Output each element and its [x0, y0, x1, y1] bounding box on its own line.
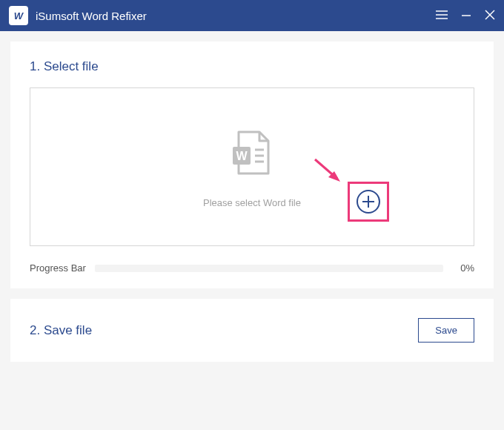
progress-row: Progress Bar 0%: [30, 262, 474, 274]
save-file-panel: 2. Save file Save: [10, 299, 494, 362]
svg-text:W: W: [236, 150, 248, 162]
app-logo-icon: W: [9, 6, 28, 25]
window-controls: [436, 9, 495, 22]
titlebar: W iSumsoft Word Refixer: [0, 0, 504, 31]
file-dropzone[interactable]: W Please select Word file: [30, 87, 474, 246]
close-icon[interactable]: [485, 9, 495, 22]
step2-heading: 2. Save file: [30, 323, 92, 338]
word-document-icon: W: [225, 126, 279, 182]
select-file-prompt: Please select Word file: [203, 197, 301, 208]
app-logo-text: W: [14, 10, 23, 22]
progress-label: Progress Bar: [30, 262, 86, 274]
annotation-highlight-box: [348, 182, 389, 222]
annotation-arrow-icon: [312, 156, 345, 186]
add-file-button[interactable]: [357, 190, 380, 214]
menu-icon[interactable]: [436, 9, 448, 22]
select-file-panel: 1. Select file W Please select Word file: [10, 42, 494, 288]
progress-bar: [95, 265, 443, 272]
content-area: 1. Select file W Please select Word file: [0, 31, 504, 372]
app-title: iSumsoft Word Refixer: [36, 10, 436, 22]
minimize-icon[interactable]: [461, 9, 471, 22]
step1-heading: 1. Select file: [30, 59, 474, 74]
save-button[interactable]: Save: [418, 318, 474, 343]
progress-percent: 0%: [452, 262, 474, 274]
